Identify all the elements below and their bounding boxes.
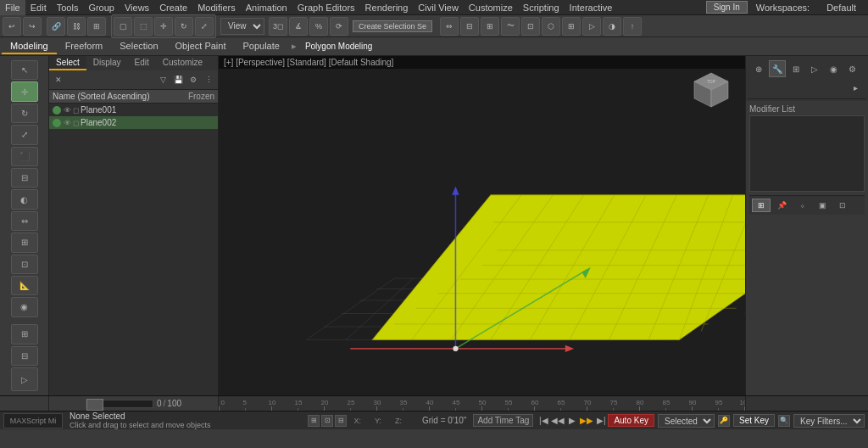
menu-modifiers[interactable]: Modifiers	[192, 0, 241, 15]
render-last[interactable]: ↑	[623, 17, 642, 36]
snap-point-btn[interactable]: ⊡	[321, 415, 333, 427]
timeline-ruler[interactable]: 0 5 10 15 20 25 30 35 40 45 50	[219, 396, 745, 411]
menu-views[interactable]: Views	[120, 0, 154, 15]
lp-snap[interactable]: ⊡	[11, 255, 38, 274]
se-freeze-plane002[interactable]: ◻	[73, 119, 79, 127]
se-filter-btn[interactable]: ▽	[156, 73, 170, 87]
menu-tools[interactable]: Tools	[52, 0, 84, 15]
subtab-polygon-modeling[interactable]: Polygon Modeling	[300, 40, 378, 53]
se-close-btn[interactable]: ✕	[52, 73, 65, 87]
rp-utilities-icon[interactable]: ⚙	[843, 60, 860, 77]
snap-3d[interactable]: 3◻	[269, 17, 287, 36]
timeslider-bar[interactable]	[86, 400, 153, 408]
render-frame[interactable]: ▷	[582, 17, 601, 36]
se-more-btn[interactable]: ⋮	[202, 73, 215, 87]
se-item-plane001[interactable]: 👁 ◻ Plane001	[49, 104, 218, 116]
selected-dropdown[interactable]: Selected	[658, 414, 715, 428]
search-btn[interactable]: 🔍	[778, 415, 790, 427]
rp-mod-face[interactable]: ▣	[813, 199, 832, 212]
viewport[interactable]: [+] [Perspective] [Standard] [Default Sh…	[219, 56, 745, 395]
lp-measure[interactable]: 📐	[11, 276, 38, 295]
menu-edit[interactable]: Edit	[25, 0, 52, 15]
menu-file[interactable]: File	[0, 0, 25, 15]
rp-mod-vert[interactable]: ⬦	[793, 199, 811, 212]
menu-rendering[interactable]: Rendering	[360, 0, 414, 15]
set-key-button[interactable]: Set Key	[733, 414, 775, 427]
se-eye-plane002[interactable]: 👁	[64, 119, 71, 127]
rotate-tool[interactable]: ↻	[175, 17, 193, 36]
scale-tool[interactable]: ⤢	[195, 17, 214, 36]
tab-populate[interactable]: Populate	[234, 39, 287, 54]
sign-in-button[interactable]: Sign In	[706, 1, 748, 14]
se-tab-select[interactable]: Select	[49, 56, 86, 70]
prev-frame-btn[interactable]: |◀	[537, 414, 550, 428]
snap-ortho-btn[interactable]: ⊟	[335, 415, 347, 427]
key-filters-dropdown[interactable]: Key Filters...	[793, 414, 865, 428]
move-tool[interactable]: ✛	[154, 17, 173, 36]
align-tool[interactable]: ⊟	[460, 17, 479, 36]
snap-spinner[interactable]: ⟳	[330, 17, 348, 36]
render-setup[interactable]: ⊞	[562, 17, 581, 36]
rp-display-icon[interactable]: ◉	[825, 60, 842, 77]
menu-civil-view[interactable]: Civil View	[413, 0, 463, 15]
menu-animation[interactable]: Animation	[241, 0, 292, 15]
snap-percent[interactable]: %	[309, 17, 328, 36]
layer-manager[interactable]: ⊞	[481, 17, 499, 36]
unlink-button[interactable]: ⛓	[67, 17, 86, 36]
mirror-tool[interactable]: ⇔	[440, 17, 459, 36]
auto-key-button[interactable]: Auto Key	[608, 414, 654, 427]
rp-mod-hier[interactable]: ⊞	[752, 199, 771, 212]
lp-move[interactable]: ✛	[11, 81, 38, 101]
rp-modify-icon[interactable]: 🔧	[769, 60, 786, 77]
se-freeze-plane001[interactable]: ◻	[73, 106, 79, 115]
set-key-icon[interactable]: 🔑	[718, 415, 730, 427]
rp-motion-icon[interactable]: ▷	[806, 60, 823, 77]
timeslider-handle[interactable]	[86, 399, 103, 411]
undo-button[interactable]: ↩	[3, 17, 21, 36]
se-save-btn[interactable]: 💾	[171, 73, 185, 87]
lp-place[interactable]: ⬛	[11, 147, 38, 166]
schematic-view[interactable]: ⊡	[521, 17, 540, 36]
prev-key-btn[interactable]: ◀◀	[551, 414, 565, 428]
link-button[interactable]: 🔗	[47, 17, 65, 36]
menu-graph-editors[interactable]: Graph Editors	[292, 0, 360, 15]
tab-modeling[interactable]: Modeling	[2, 39, 57, 54]
se-tab-customize[interactable]: Customize	[156, 56, 209, 70]
se-item-plane002[interactable]: 👁 ◻ Plane002	[49, 116, 218, 129]
rp-create-icon[interactable]: ⊕	[750, 60, 767, 77]
rp-hierarchy-icon[interactable]: ⊞	[787, 60, 804, 77]
lp-paint[interactable]: ◐	[11, 189, 38, 209]
lp-extra2[interactable]: ⊟	[11, 346, 38, 366]
rp-mod-pin[interactable]: 📌	[772, 199, 791, 212]
view-dropdown[interactable]: View	[220, 18, 264, 35]
se-options-btn[interactable]: ⚙	[186, 73, 200, 87]
material-editor[interactable]: ⬡	[542, 17, 560, 36]
lp-mirror[interactable]: ⇔	[11, 211, 38, 231]
next-frame-btn[interactable]: ▶|	[594, 414, 608, 428]
tab-object-paint[interactable]: Object Paint	[167, 39, 235, 54]
play-fwd-btn[interactable]: ▶▶	[580, 414, 593, 428]
menu-scripting[interactable]: Scripting	[518, 0, 565, 15]
select-tool[interactable]: ▢	[114, 17, 132, 36]
se-eye-plane001[interactable]: 👁	[64, 106, 71, 115]
rp-mod-extra[interactable]: ⊡	[833, 199, 852, 212]
lp-align[interactable]: ⊟	[11, 168, 38, 188]
active-shade[interactable]: ◑	[603, 17, 621, 36]
lp-camera[interactable]: ◉	[11, 297, 38, 316]
nav-cube[interactable]: TOP	[686, 64, 737, 117]
se-tab-edit[interactable]: Edit	[128, 56, 156, 70]
rp-expand-icon[interactable]: ▸	[847, 79, 864, 96]
lp-extra1[interactable]: ⊞	[11, 324, 38, 344]
snap-angle[interactable]: ∡	[289, 17, 308, 36]
bind-button[interactable]: ⊞	[87, 17, 106, 36]
curve-editor[interactable]: 〜	[501, 17, 520, 36]
menu-interactive[interactable]: Interactive	[565, 0, 618, 15]
tab-freeform[interactable]: Freeform	[57, 39, 112, 54]
play-btn[interactable]: ▶	[565, 414, 579, 428]
tab-selection[interactable]: Selection	[111, 39, 166, 54]
lp-select[interactable]: ↖	[11, 60, 38, 80]
select-region[interactable]: ⬚	[134, 17, 153, 36]
lp-scale[interactable]: ⤢	[11, 125, 38, 144]
lp-rotate[interactable]: ↻	[11, 104, 38, 123]
menu-create[interactable]: Create	[154, 0, 192, 15]
